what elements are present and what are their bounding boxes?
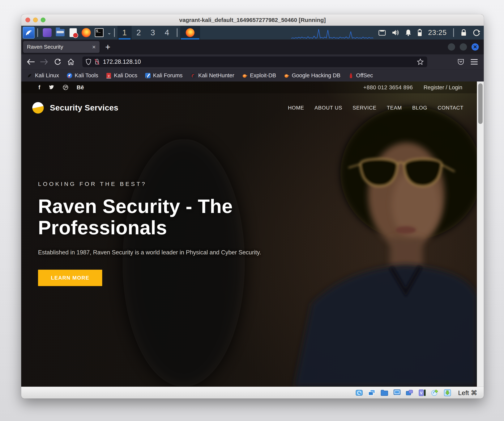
kali-dragon-icon [27,73,33,78]
launcher-text-editor[interactable] [68,28,78,38]
recording-icon[interactable] [406,389,414,397]
hero-tagline: LOOKING FOR THE BEST? [38,181,292,187]
virtualization-icon[interactable]: V [418,389,426,397]
bookmark-kali-nethunter[interactable]: Kali NetHunter [190,72,234,79]
tracking-protection-shield-icon[interactable] [86,58,91,65]
lock-screen-icon[interactable] [460,29,467,36]
terminal-icon: $_ [95,28,103,37]
clock[interactable]: 23:25 [428,29,447,37]
wm-maximize-button[interactable] [460,43,467,51]
bookmark-kali-forums[interactable]: Kali Forums [145,72,183,79]
pocket-icon[interactable] [456,57,466,67]
kali-panel: $_ ⌄ 1 2 3 4 [21,26,484,40]
home-button[interactable] [66,57,76,67]
close-tab-icon[interactable]: × [92,43,96,51]
drag-and-drop-icon[interactable] [444,389,451,397]
kali-tools-icon [67,73,72,78]
reload-button[interactable] [53,57,62,67]
page-scrollbar[interactable] [477,82,484,387]
hero-section: LOOKING FOR THE BEST? Raven Security - T… [38,181,292,286]
firefox-icon [82,28,91,37]
volume-icon[interactable] [392,29,399,36]
insecure-lock-icon[interactable] [94,58,100,65]
kali-menu-button[interactable] [23,27,35,39]
bookmark-label: Kali Forums [153,72,183,79]
bookmark-exploit-db[interactable]: Exploit-DB [242,72,276,79]
network-activity-icon[interactable] [368,389,376,397]
bookmark-kali-docs[interactable]: φ Kali Docs [106,72,137,79]
hdd-activity-icon[interactable] [355,389,363,397]
battery-icon[interactable] [417,29,422,36]
bookmark-star-icon[interactable] [417,58,424,65]
workspace-label: 4 [165,28,169,37]
vm-titlebar: vagrant-kali_default_1649657277982_50460… [21,14,484,26]
shared-folders-icon[interactable] [381,389,388,397]
hamburger-menu-icon[interactable] [469,57,479,67]
workspace-label: 1 [122,28,127,37]
screenshot-icon[interactable] [378,29,386,36]
chevron-down-icon[interactable]: ⌄ [107,30,111,36]
launcher-app-drawer[interactable] [42,28,52,38]
display-icon[interactable] [393,389,401,397]
site-logo-icon[interactable] [32,102,44,114]
site-header: Security Services HOME ABOUT US SERVICE … [21,93,477,122]
workspace-3[interactable]: 3 [146,26,160,40]
workspace-4[interactable]: 4 [160,26,174,40]
learn-more-button[interactable]: LEARN MORE [38,270,102,286]
bookmark-kali-tools[interactable]: Kali Tools [67,72,98,79]
register-login-link[interactable]: Register / Login [424,84,462,91]
webpage: f Bē +880 012 3654 896 Register / Login … [21,82,477,387]
bookmark-google-hacking-db[interactable]: Google Hacking DB [284,72,341,79]
kali-docs-icon: φ [106,73,112,78]
nav-home[interactable]: HOME [288,105,304,111]
panel-spacer [200,26,373,40]
site-nav: HOME ABOUT US SERVICE TEAM BLOG CONTACT [288,105,463,111]
orange-bird-icon [242,73,248,78]
workspace-label: 3 [150,28,155,37]
svg-text:V: V [420,391,423,395]
bookmark-label: Google Hacking DB [292,72,341,79]
launcher-firefox[interactable] [81,28,91,38]
behance-icon[interactable]: Bē [77,84,84,91]
firefox-icon [186,28,194,37]
nav-about-us[interactable]: ABOUT US [314,105,342,111]
launcher-terminal[interactable]: $_ [94,28,104,38]
launcher-file-manager[interactable] [55,28,65,38]
workspace-label: 2 [136,28,141,37]
workspace-1[interactable]: 1 [118,26,132,40]
vm-window-title: vagrant-kali_default_1649657277982_50460… [21,17,484,23]
twitter-icon[interactable] [49,85,54,90]
bookmark-label: OffSec [356,72,373,79]
text-editor-icon [70,28,77,37]
log-out-icon[interactable] [473,29,480,36]
new-tab-button[interactable]: + [105,42,110,52]
panel-separator [177,28,178,37]
site-brand[interactable]: Security Services [50,103,119,112]
browser-content: f Bē +880 012 3654 896 Register / Login … [21,82,484,387]
bookmark-offsec[interactable]: OffSec [348,72,373,79]
notifications-bell-icon[interactable] [405,29,412,36]
forward-button[interactable] [39,57,49,67]
taskbar-firefox-window[interactable] [180,26,200,40]
url-text[interactable]: 172.28.128.10 [103,58,141,65]
host-key-indicator: Left ⌘ [458,389,477,397]
wm-close-button[interactable]: ✕ [472,43,479,51]
tab-raven-security[interactable]: Raven Security × [23,41,100,53]
nav-blog[interactable]: BLOG [412,105,427,111]
dribbble-icon[interactable] [63,85,68,90]
nav-service[interactable]: SERVICE [353,105,376,111]
nav-team[interactable]: TEAM [387,105,402,111]
url-bar[interactable]: 172.28.128.10 [82,57,427,67]
workspace-2[interactable]: 2 [132,26,146,40]
back-button[interactable] [26,57,36,67]
bookmark-kali-linux[interactable]: Kali Linux [27,72,59,79]
scrollbar-thumb[interactable] [478,83,483,124]
mouse-integration-icon[interactable] [431,389,439,397]
facebook-icon[interactable]: f [38,84,40,91]
wm-minimize-button[interactable] [448,43,455,51]
nav-contact[interactable]: CONTACT [438,105,464,111]
kali-nethunter-icon [190,73,196,78]
app-drawer-icon [43,28,52,37]
vbox-status-bar: V Left ⌘ [21,387,484,398]
svg-text:φ: φ [108,74,110,77]
